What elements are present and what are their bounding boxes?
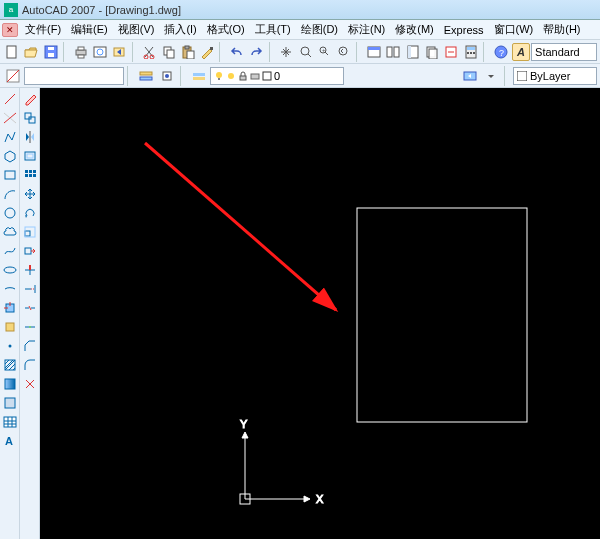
design-center-icon[interactable]: [384, 42, 402, 62]
extend-icon[interactable]: [21, 280, 39, 298]
svg-rect-50: [263, 72, 271, 80]
menu-modify[interactable]: 修改(M): [390, 20, 439, 39]
paste-icon[interactable]: [179, 42, 197, 62]
sheetset-icon[interactable]: [423, 42, 441, 62]
insert-block-icon[interactable]: [1, 299, 19, 317]
save-icon[interactable]: [42, 42, 60, 62]
polygon-icon[interactable]: [1, 147, 19, 165]
window-title: AutoCAD 2007 - [Drawing1.dwg]: [22, 4, 181, 16]
svg-rect-72: [29, 174, 32, 177]
copy-icon[interactable]: [159, 42, 177, 62]
copy-obj-icon[interactable]: [21, 109, 39, 127]
svg-rect-23: [368, 47, 380, 50]
text-style-select[interactable]: Standard: [531, 43, 597, 61]
mtext-icon[interactable]: A: [1, 432, 19, 450]
spline-icon[interactable]: [1, 242, 19, 260]
move-icon[interactable]: [21, 185, 39, 203]
arc-icon[interactable]: [1, 185, 19, 203]
fillet-icon[interactable]: [21, 356, 39, 374]
layer-props-icon[interactable]: [136, 66, 156, 86]
svg-point-21: [339, 47, 347, 55]
publish-icon[interactable]: [110, 42, 128, 62]
color-select[interactable]: [24, 67, 124, 85]
svg-rect-29: [429, 49, 437, 59]
plot-preview-icon[interactable]: [91, 42, 109, 62]
make-block-icon[interactable]: [1, 318, 19, 336]
explode-icon[interactable]: [21, 375, 39, 393]
bylayer-select[interactable]: ByLayer: [513, 67, 597, 85]
join-icon[interactable]: [21, 318, 39, 336]
svg-text:?: ?: [499, 48, 504, 58]
polyline-icon[interactable]: [1, 128, 19, 146]
zoom-realtime-icon[interactable]: [296, 42, 314, 62]
menu-edit[interactable]: 编辑(E): [66, 20, 113, 39]
svg-rect-6: [78, 55, 84, 58]
menu-draw[interactable]: 绘图(D): [296, 20, 343, 39]
layer-select[interactable]: 0: [210, 67, 344, 85]
rotate-icon[interactable]: [21, 204, 39, 222]
print-icon[interactable]: [72, 42, 90, 62]
help-icon[interactable]: ?: [491, 42, 509, 62]
trim-icon[interactable]: [21, 261, 39, 279]
menu-tools[interactable]: 工具(T): [250, 20, 296, 39]
menu-file[interactable]: 文件(F): [20, 20, 66, 39]
tool-palettes-icon[interactable]: [404, 42, 422, 62]
menu-insert[interactable]: 插入(I): [159, 20, 201, 39]
svg-rect-43: [193, 73, 205, 76]
array-icon[interactable]: [21, 166, 39, 184]
properties-icon[interactable]: [365, 42, 383, 62]
sun-icon: [226, 71, 236, 81]
erase-icon[interactable]: [21, 90, 39, 108]
point-icon[interactable]: [1, 337, 19, 355]
line-icon[interactable]: [1, 90, 19, 108]
layer-prev-icon[interactable]: [460, 66, 480, 86]
mirror-icon[interactable]: [21, 128, 39, 146]
region-icon[interactable]: [1, 394, 19, 412]
color-none-icon[interactable]: [3, 66, 23, 86]
new-icon[interactable]: [3, 42, 21, 62]
dropdown-icon[interactable]: [481, 66, 501, 86]
drawn-rectangle[interactable]: [357, 208, 527, 422]
layer-states-icon[interactable]: [189, 66, 209, 86]
undo-icon[interactable]: [228, 42, 246, 62]
menu-view[interactable]: 视图(V): [113, 20, 160, 39]
drawing-canvas[interactable]: Y X: [40, 88, 600, 539]
svg-rect-65: [29, 117, 35, 123]
open-icon[interactable]: [22, 42, 40, 62]
rectangle-icon[interactable]: [1, 166, 19, 184]
markup-icon[interactable]: [442, 42, 460, 62]
scale-icon[interactable]: [21, 223, 39, 241]
xline-icon[interactable]: [1, 109, 19, 127]
zoom-window-icon[interactable]: +: [316, 42, 334, 62]
doc-close-icon[interactable]: ✕: [2, 23, 18, 37]
text-style-badge[interactable]: A: [512, 43, 530, 61]
revcloud-icon[interactable]: [1, 223, 19, 241]
calculator-icon[interactable]: [462, 42, 480, 62]
gradient-icon[interactable]: [1, 375, 19, 393]
hatch-icon[interactable]: [1, 356, 19, 374]
table-icon[interactable]: [1, 413, 19, 431]
ucs-x-label: X: [316, 493, 324, 505]
chamfer-icon[interactable]: [21, 337, 39, 355]
white-square-icon: [517, 71, 527, 81]
menu-express[interactable]: Express: [439, 22, 489, 38]
offset-icon[interactable]: [21, 147, 39, 165]
menu-window[interactable]: 窗口(W): [489, 20, 539, 39]
pan-icon[interactable]: [277, 42, 295, 62]
circle-icon[interactable]: [1, 204, 19, 222]
redo-icon[interactable]: [247, 42, 265, 62]
draw-toolbar: A: [0, 88, 20, 539]
ellipse-arc-icon[interactable]: [1, 280, 19, 298]
svg-point-42: [165, 74, 169, 78]
layer-filter-icon[interactable]: [157, 66, 177, 86]
cut-icon[interactable]: [140, 42, 158, 62]
menu-help[interactable]: 帮助(H): [538, 20, 585, 39]
menu-dimension[interactable]: 标注(N): [343, 20, 390, 39]
zoom-prev-icon[interactable]: [335, 42, 353, 62]
break-icon[interactable]: [21, 299, 39, 317]
ellipse-icon[interactable]: [1, 261, 19, 279]
stretch-icon[interactable]: [21, 242, 39, 260]
menu-format[interactable]: 格式(O): [202, 20, 250, 39]
match-prop-icon[interactable]: [198, 42, 216, 62]
svg-rect-60: [5, 379, 15, 389]
